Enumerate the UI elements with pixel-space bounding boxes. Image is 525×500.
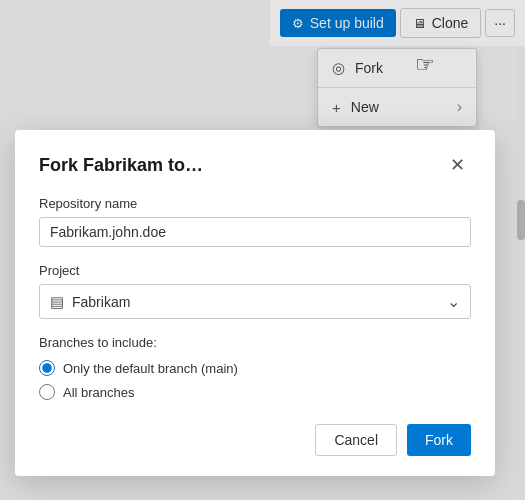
radio-default-input[interactable] [39, 360, 55, 376]
radio-default-branch[interactable]: Only the default branch (main) [39, 360, 471, 376]
branches-label: Branches to include: [39, 335, 471, 350]
fork-button[interactable]: Fork [407, 424, 471, 456]
radio-group: Only the default branch (main) All branc… [39, 360, 471, 400]
project-select-left: ▤ Fabrikam [50, 293, 130, 311]
cancel-button[interactable]: Cancel [315, 424, 397, 456]
repo-name-group: Repository name [39, 196, 471, 247]
project-group: Project ▤ Fabrikam ⌄ [39, 263, 471, 319]
modal-footer: Cancel Fork [39, 424, 471, 456]
project-icon: ▤ [50, 293, 64, 311]
repo-name-label: Repository name [39, 196, 471, 211]
radio-all-label: All branches [63, 385, 135, 400]
fork-dialog: Fork Fabrikam to… ✕ Repository name Proj… [15, 130, 495, 476]
project-select[interactable]: ▤ Fabrikam ⌄ [39, 284, 471, 319]
radio-default-label: Only the default branch (main) [63, 361, 238, 376]
project-label: Project [39, 263, 471, 278]
project-value: Fabrikam [72, 294, 130, 310]
radio-all-input[interactable] [39, 384, 55, 400]
branches-group: Branches to include: Only the default br… [39, 335, 471, 400]
close-button[interactable]: ✕ [444, 154, 471, 176]
repo-name-input[interactable] [39, 217, 471, 247]
modal-title: Fork Fabrikam to… [39, 155, 203, 176]
radio-all-branches[interactable]: All branches [39, 384, 471, 400]
modal-header: Fork Fabrikam to… ✕ [39, 154, 471, 176]
chevron-down-icon: ⌄ [447, 292, 460, 311]
